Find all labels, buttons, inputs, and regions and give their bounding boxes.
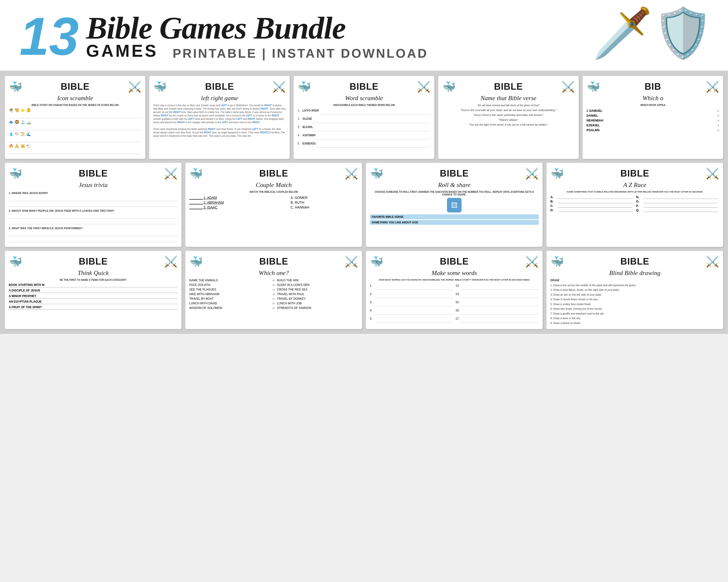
think-categories: BOOK STARTING WITH M A DISCIPLE OF JESUS… xyxy=(9,283,178,310)
draw-instructions: 1. Draw a line across the middle of the … xyxy=(550,283,719,325)
warrior-icon-card1: ⚔️ xyxy=(128,80,141,93)
card5-subtitle: Which o xyxy=(587,94,719,102)
header-text: Bible Games Bundle GAMES PRINTABLE | INS… xyxy=(86,12,428,61)
card-icon-scramble: 🐳 BIBLE ⚔️ Icon scramble BIBLE STORY OR … xyxy=(5,76,145,159)
warrior-icon-7: ⚔️ xyxy=(345,167,358,180)
card7-title: BIBLE xyxy=(203,168,345,179)
warrior-icon-13: ⚔️ xyxy=(706,255,719,268)
roll-prompt: FAVORITE BIBLE VERSE xyxy=(370,214,539,219)
warrior-icon-6: ⚔️ xyxy=(164,167,178,180)
card10-title: BIBLE xyxy=(22,256,164,267)
card-left-right: 🐳 BIBLE ⚔️ left right game There was a c… xyxy=(149,76,290,159)
card5-rule: WHICH BOOK APPEA xyxy=(587,104,719,107)
roll-prompt2: SOMETHING YOU LIKE ABOUT GOD xyxy=(370,220,539,225)
card-word-scramble: 🐳 BIBLE ⚔️ Word scramble UNSCRAMBLE EACH… xyxy=(294,76,434,159)
card3-subtitle: Word scramble xyxy=(297,94,430,102)
card13-subtitle: Blind Bible drawing xyxy=(550,270,719,277)
card-couple-match: 🐳 BIBLE ⚔️ Couple Match MATCH THE BIBLIC… xyxy=(185,163,362,247)
whale-icon-8: 🐳 xyxy=(370,167,383,180)
card8-subtitle: Roll & share xyxy=(370,182,539,189)
trivia-questions: 1. WHERE WAS JESUS BORN? 2. ABOUT HOW MA… xyxy=(9,191,178,242)
card-which-one: 🐳 BIBLE ⚔️ Which one? NAME THE ANIMALSor… xyxy=(185,251,362,329)
card7-subtitle: Couple Match xyxy=(189,182,358,189)
make-words-grid: 1. 2. 3. 4. 5. 13. 14. 15. 16. 17. xyxy=(370,283,539,325)
warrior-icon-8: ⚔️ xyxy=(525,167,539,180)
game-count: 13 xyxy=(19,10,79,63)
warrior-icon-11: ⚔️ xyxy=(345,255,358,268)
verse5: "You are the light of the world. A city … xyxy=(442,123,575,126)
card9-rule: NAME SOMETHING THAT IS BIBLE RELATED BEG… xyxy=(550,191,719,193)
whale-icon-11: 🐳 xyxy=(189,255,203,268)
card9-subtitle: A Z Race xyxy=(550,182,719,189)
card8-rule: CHOOSE SOMEONE TO ROLL FIRST. ANSWER THE… xyxy=(370,191,539,196)
whale-icon-6: 🐳 xyxy=(9,167,22,180)
card-roll-share: 🐳 BIBLE ⚔️ Roll & share CHOOSE SOMEONE T… xyxy=(366,163,543,247)
dice-icon: ⚄ xyxy=(447,198,462,213)
card1-rule: BIBLE STORY OR CHARACTER BASED ON THE SE… xyxy=(9,104,141,107)
card11-subtitle: Which one? xyxy=(189,270,358,277)
whale-icon-3: 🐳 xyxy=(297,80,311,93)
card1-emojis: 🌴🐫⭐👶 xyxy=(9,108,141,113)
warrior-icon-3: ⚔️ xyxy=(417,80,431,93)
card-think-quick: 🐳 BIBLE ⚔️ Think Quick BE THE FIRST TO N… xyxy=(5,251,182,329)
cards-container: 🐳 BIBLE ⚔️ Icon scramble BIBLE STORY OR … xyxy=(0,71,728,334)
card12-rule: HOW MANY WORDS CAN YOU MAKE BY UNSCRAMBL… xyxy=(370,279,539,281)
card2-title: BIBLE xyxy=(167,82,272,92)
card9-title: BIBLE xyxy=(564,168,706,179)
card2-subtitle: left right game xyxy=(153,94,286,102)
whale-icon-12: 🐳 xyxy=(370,255,383,268)
header-title: Bible Games Bundle xyxy=(86,12,428,44)
header-subtitle: PRINTABLE | INSTANT DOWNLOAD xyxy=(173,46,428,61)
row-2: 🐳 BIBLE ⚔️ Jesus trivia 1. WHERE WAS JES… xyxy=(5,163,723,247)
card3-words: 1.LHYO IRSIP 2.SUJSE 3.IEASRL 4.ASITMBP … xyxy=(297,109,430,149)
warrior-icon: 🗡️🛡️ xyxy=(592,5,713,62)
az-grid: A. B. C. D. N. O. P. Q. xyxy=(550,194,719,213)
whale-icon-7: 🐳 xyxy=(189,167,203,180)
warrior-icon-2: ⚔️ xyxy=(272,80,286,93)
whale-icon-2: 🐳 xyxy=(153,80,167,93)
card1-title: BIBLE xyxy=(22,82,128,92)
card4-title: BIBLE xyxy=(456,82,561,92)
card10-subtitle: Think Quick xyxy=(9,270,178,277)
warrior-icon-10: ⚔️ xyxy=(164,255,178,268)
option-see-plagues: SEE THE PLAGUES xyxy=(189,288,270,291)
card-blind-drawing: 🐳 BIBLE ⚔️ Blind Bible drawing DRAW 1. D… xyxy=(546,251,723,329)
whale-icon: 🐳 xyxy=(9,80,22,93)
card6-title: BIBLE xyxy=(22,168,164,179)
card8-title: BIBLE xyxy=(383,168,525,179)
card7-rule: MATCH THE BIBLICAL COUPLES BELOW xyxy=(189,191,358,193)
card-az-race: 🐳 BIBLE ⚔️ A Z Race NAME SOMETHING THAT … xyxy=(546,163,723,247)
card-make-words: 🐳 BIBLE ⚔️ Make some words HOW MANY WORD… xyxy=(366,251,543,329)
card13-title: BIBLE xyxy=(564,256,706,267)
whale-icon-5: 🐳 xyxy=(587,80,600,93)
card3-title: BIBLE xyxy=(311,82,417,92)
warrior-icon-5: ⚔️ xyxy=(706,80,719,93)
card-jesus-trivia: 🐳 BIBLE ⚔️ Jesus trivia 1. WHERE WAS JES… xyxy=(5,163,182,247)
verse4: "Rejoice always" xyxy=(442,118,575,121)
option-cross-red-sea: CROSS THE RED SEA xyxy=(277,288,358,291)
card5-title: BIB xyxy=(600,82,706,92)
option-travel-with-paul: TRAVEL WITH PAUL xyxy=(277,293,358,296)
which-one-pairs: NAME THE ANIMALSorBUILD THE ARK FACE GOL… xyxy=(189,279,358,310)
whale-icon-10: 🐳 xyxy=(9,255,22,268)
card11-title: BIBLE xyxy=(203,256,345,267)
card12-subtitle: Make some words xyxy=(370,270,539,277)
card12-title: BIBLE xyxy=(383,256,525,267)
warrior-icon-9: ⚔️ xyxy=(706,167,719,180)
card-name-verse: 🐳 BIBLE ⚔️ Name that Bible verse "for al… xyxy=(438,76,579,159)
warrior-icon-4: ⚔️ xyxy=(561,80,575,93)
card10-rule: BE THE FIRST TO NAME 3 ITEMS FOR EACH CA… xyxy=(9,279,178,281)
row-1: 🐳 BIBLE ⚔️ Icon scramble BIBLE STORY OR … xyxy=(5,76,723,159)
row-3: 🐳 BIBLE ⚔️ Think Quick BE THE FIRST TO N… xyxy=(5,251,723,329)
card6-subtitle: Jesus trivia xyxy=(9,182,178,189)
whale-icon-9: 🐳 xyxy=(550,167,564,180)
page-header: 13 Bible Games Bundle GAMES PRINTABLE | … xyxy=(0,0,728,71)
verse1: "for all have sinned and fall short of t… xyxy=(442,104,575,107)
verse2: "Trust in the Lord with all your heart, … xyxy=(442,109,575,112)
card-which-book-partial: 🐳 BIB ⚔️ Which o WHICH BOOK APPEA 1 SAMU… xyxy=(583,76,723,159)
whale-icon-13: 🐳 xyxy=(550,255,564,268)
warrior-icon-12: ⚔️ xyxy=(525,255,539,268)
card5-options: 1 SAMUEL○ DANIEL○ NEHEMIAH○ EZEKIEL○ PSA… xyxy=(587,109,719,132)
card2-body: There was a census in the day so Mary an… xyxy=(153,104,286,138)
card3-rule: UNSCRAMBLE EACH BIBLE THEMED WORD BELOW xyxy=(297,104,430,107)
